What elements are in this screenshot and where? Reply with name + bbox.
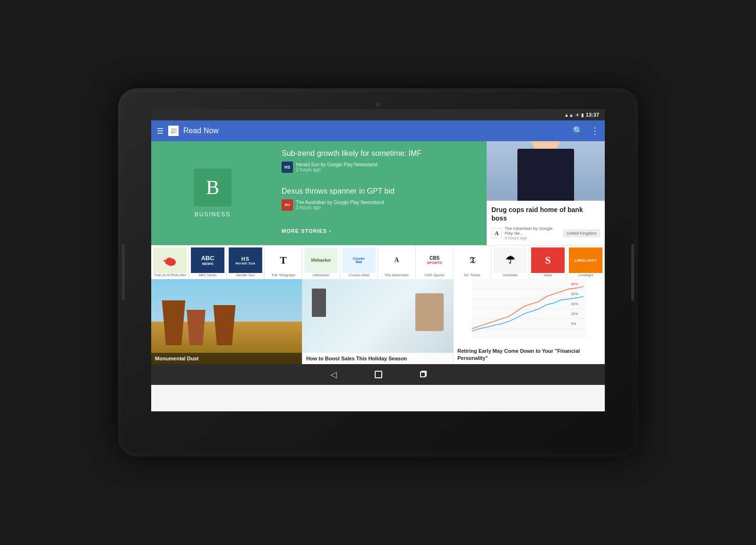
back-button[interactable]: ◁ xyxy=(330,369,337,380)
person-silhouette-1 xyxy=(312,289,326,317)
bottom-article-sales[interactable]: How to Boost Sales This Holiday Season xyxy=(302,279,454,364)
advertiser-logo: A xyxy=(491,228,502,238)
advertiser-logo-large: A xyxy=(380,247,413,273)
top-right-title: Drug cops raid home of bank boss xyxy=(491,205,600,222)
tablet-device: ▲▲ ✈ ▮ 13:37 ☰ 📰 Read Now 🔍 ⋮ xyxy=(118,88,638,457)
snow-image xyxy=(302,279,453,364)
slate-publisher-name: Slate xyxy=(543,273,552,277)
publisher-abc-news[interactable]: ABC NEWS ABC News xyxy=(189,246,227,279)
business-icon-box: B xyxy=(194,169,232,206)
sales-article-title: How to Boost Sales This Holiday Season xyxy=(306,356,449,361)
publisher-advertiser[interactable]: A The Advertiser xyxy=(378,246,416,279)
article-2-source-info: The Australian by Google Play Newsstand … xyxy=(296,200,384,210)
svg-text:0%: 0% xyxy=(571,322,576,326)
svg-text:40%: 40% xyxy=(571,302,578,306)
publisher-herald-sun[interactable]: HS Herald Sun Herald Sun xyxy=(227,246,265,279)
lifehacker-publisher-name: Lifehacker xyxy=(312,273,330,277)
bottom-articles-row: Monumental Dust How to Boost Sales This … xyxy=(151,279,605,364)
courier-mail-logo: Courier Mail xyxy=(342,247,376,273)
app-bar: ☰ 📰 Read Now 🔍 ⋮ xyxy=(151,120,605,141)
desert-article-overlay: Monumental Dust xyxy=(151,353,302,364)
publisher-telegraph[interactable]: T The Telegraph xyxy=(265,246,302,279)
article-2-time: 3 hours ago xyxy=(296,205,384,210)
au-letters: AU xyxy=(284,203,290,207)
publisher-cbs-sports[interactable]: CBS SPORTS CBS Sports xyxy=(416,246,454,279)
herald-sun-logo-large: HS Herald Sun xyxy=(229,247,262,273)
umbrella-icon: ☂ xyxy=(506,254,515,266)
top-right-source-name: The Advertiser by Google Play Ne... xyxy=(505,226,560,236)
more-icon[interactable]: ⋮ xyxy=(591,126,599,136)
herald-sun-subtext: Herald Sun xyxy=(236,262,256,265)
top-right-source-time: 4 hours ago xyxy=(505,236,560,240)
business-article-2[interactable]: Dexus throws spanner in GPT bid AU The A… xyxy=(282,187,479,211)
top-right-article[interactable]: Drug cops raid home of bank boss A The A… xyxy=(487,141,605,245)
top-right-source-text: The Advertiser by Google Play Ne... 4 ho… xyxy=(505,226,560,240)
publisher-lifehacker[interactable]: lifehacker Lifehacker xyxy=(302,246,340,279)
tablet-screen: ▲▲ ✈ ▮ 13:37 ☰ 📰 Read Now 🔍 ⋮ xyxy=(151,109,605,411)
limelight-text: LIMELIGHT xyxy=(575,258,597,263)
advertiser-a: A xyxy=(394,256,399,264)
publisher-courier-mail[interactable]: Courier Mail Courier-Mail xyxy=(340,246,378,279)
australian-logo-small: AU xyxy=(282,199,293,211)
app-bar-actions: 🔍 ⋮ xyxy=(573,126,599,136)
business-articles-panel: Sub-trend growth likely for sometime: IM… xyxy=(274,141,487,245)
lifehacker-text: lifehacker xyxy=(311,258,331,263)
winter-bg xyxy=(302,279,453,364)
nyt-symbol: 𝔗 xyxy=(470,255,475,265)
telegraph-t: T xyxy=(280,254,287,266)
person-silhouette-2 xyxy=(415,293,444,331)
article-1-source: HS Herald Sun by Google Play Newsstand 2… xyxy=(282,162,479,173)
status-time: 13:37 xyxy=(586,112,599,118)
article-1-title: Sub-trend growth likely for sometime: IM… xyxy=(282,149,479,159)
airplane-icon: ✈ xyxy=(576,112,579,118)
australian-logo xyxy=(153,247,187,273)
sales-article-overlay: How to Boost Sales This Holiday Season xyxy=(302,353,453,364)
person-body xyxy=(517,149,574,201)
nav-bar: ◁ xyxy=(151,364,605,385)
hamburger-icon[interactable]: ☰ xyxy=(157,127,163,136)
umbrella-publisher-name: Umbrella xyxy=(502,273,517,277)
recents-button[interactable] xyxy=(420,372,426,377)
business-article-1[interactable]: Sub-trend growth likely for sometime: IM… xyxy=(282,149,479,173)
desert-article-title: Monumental Dust xyxy=(155,356,298,361)
butte-2 xyxy=(187,310,206,345)
cbs-text: CBS xyxy=(430,255,439,261)
business-letter: B xyxy=(206,176,219,199)
publisher-limelight[interactable]: LIMELIGHT Limelight xyxy=(567,246,605,279)
stock-chart-svg: 80% 60% 40% 20% 0% xyxy=(454,279,604,339)
retiring-article-title: Retiring Early May Come Down to Your "Fi… xyxy=(457,348,601,361)
bottom-article-desert[interactable]: Monumental Dust xyxy=(151,279,302,364)
bottom-article-retiring[interactable]: 80% 60% 40% 20% 0% Retiring Early May Co… xyxy=(454,279,605,364)
publisher-umbrella[interactable]: ☂ Umbrella xyxy=(491,246,529,279)
publisher-slate[interactable]: S Slate xyxy=(529,246,567,279)
publisher-nyt[interactable]: 𝔗 NY Times xyxy=(454,246,491,279)
desert-image xyxy=(151,279,302,364)
herald-sun-logo: HS xyxy=(282,162,293,173)
status-icons: ▲▲ ✈ ▮ 13:37 xyxy=(564,112,599,118)
abc-letters: ABC xyxy=(201,255,214,262)
top-right-article-image xyxy=(487,141,605,201)
australia-map-svg xyxy=(162,253,179,267)
advertiser-publisher-name: The Advertiser xyxy=(385,273,409,277)
app-title: Read Now xyxy=(183,127,568,135)
main-content: B BUSINESS Sub-trend growth likely for s… xyxy=(151,141,605,364)
courier-publisher-name: Courier-Mail xyxy=(349,273,369,277)
wifi-icon: ▲▲ xyxy=(564,112,574,118)
lifehacker-logo: lifehacker xyxy=(304,247,338,273)
cbs-logo-content: CBS SPORTS xyxy=(427,255,442,265)
search-icon[interactable]: 🔍 xyxy=(573,126,583,136)
telegraph-logo: T xyxy=(266,247,300,273)
publisher-australian[interactable]: THE AUSTRALIAN xyxy=(151,246,189,279)
home-button[interactable] xyxy=(375,371,382,378)
article-1-source-info: Herald Sun by Google Play Newsstand 2 ho… xyxy=(296,162,378,172)
mail-text: Mail xyxy=(356,260,362,264)
more-stories-button[interactable]: MORE STORIES › xyxy=(282,224,479,238)
svg-text:80%: 80% xyxy=(571,282,578,286)
cbs-publisher-name: CBS Sports xyxy=(425,273,445,277)
status-bar: ▲▲ ✈ ▮ 13:37 xyxy=(151,109,605,120)
app-logo: 📰 xyxy=(168,126,179,136)
svg-text:20%: 20% xyxy=(571,312,578,316)
business-section-icon[interactable]: B BUSINESS xyxy=(151,141,274,245)
speaker-left xyxy=(122,244,125,301)
front-camera xyxy=(376,102,380,106)
